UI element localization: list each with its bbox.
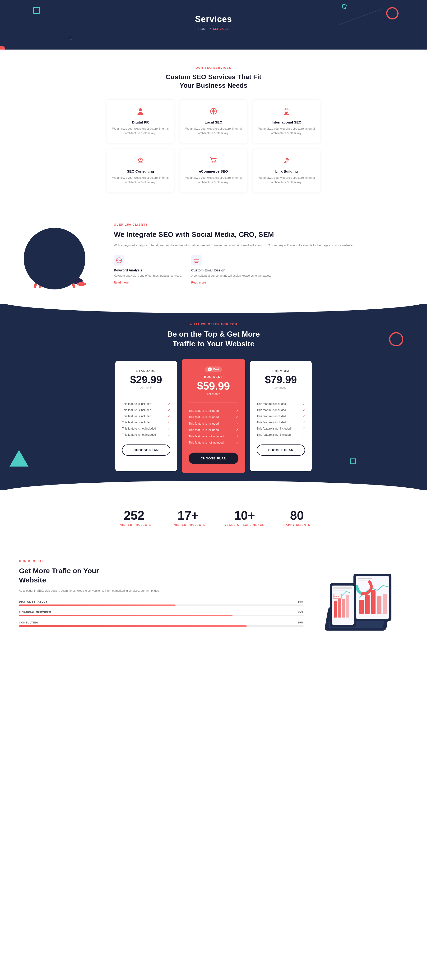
feature-x-icon: ✗ <box>303 433 305 436</box>
seo-section-label: OUR SEO SERVICES <box>19 66 408 70</box>
plan-period: per month <box>122 386 170 389</box>
progress-skill-percent: 55% <box>298 600 304 603</box>
service-description: We analyze your website's structure, int… <box>258 127 315 135</box>
service-description: We analyze your website's structure, int… <box>112 176 169 185</box>
feature-text: This feature is not included <box>257 433 291 436</box>
feature-item-1: Custom Email Design A consultant at our … <box>191 255 271 284</box>
feature-list-item: This feature is included ✓ <box>189 408 238 414</box>
integrate-label: OVER 150 CLIENTS <box>114 223 408 226</box>
feature-check-icon: ✓ <box>303 421 305 424</box>
feature-list-item: This feature is included ✓ <box>122 413 170 419</box>
feature-read-more[interactable]: Read more <box>114 281 129 285</box>
feature-text: This feature is included <box>122 421 151 424</box>
feature-text: This feature is included <box>189 428 219 431</box>
svg-rect-53 <box>358 578 372 579</box>
svg-point-32 <box>117 260 118 261</box>
feature-list-item: This feature is not included ✗ <box>257 426 305 432</box>
svg-text:+12%: +12% <box>334 595 339 597</box>
svg-rect-50 <box>383 594 387 614</box>
stat-number: 80 <box>284 509 311 522</box>
svg-rect-34 <box>194 258 199 262</box>
feature-text: This feature is included <box>189 422 219 425</box>
benefits-content: OUR BENEFITS Get More Trafic on YourWebs… <box>19 560 304 632</box>
service-description: We analyze your website's structure, int… <box>185 127 242 135</box>
deco-square-2 <box>342 4 347 9</box>
hero-header: Services HOME / SERVICES <box>0 0 427 49</box>
service-icon-1 <box>185 107 242 117</box>
feature-list-item: This feature is included ✓ <box>257 401 305 407</box>
progress-track <box>19 615 304 616</box>
page-title: Services <box>5 14 422 24</box>
feature-list-item: This feature is not included ✗ <box>122 426 170 432</box>
progress-item-2: CONSULTING 80% <box>19 621 304 627</box>
plan-period: per month <box>189 392 238 396</box>
feature-list-item: This feature is included ✓ <box>122 407 170 413</box>
plan-price: $79.99 <box>257 375 305 385</box>
deco-circle-1 <box>386 7 398 19</box>
service-name: Digital PR <box>112 120 169 124</box>
service-card-international-seo: International SEO We analyze your websit… <box>253 100 320 143</box>
stat-label: YEARS OF EXPERIENCE <box>225 523 264 526</box>
progress-label: FINANCIAL SERVICES 75% <box>19 611 304 614</box>
svg-rect-49 <box>377 596 381 614</box>
progress-fill <box>19 625 247 627</box>
progress-skill-name: CONSULTING <box>19 621 38 624</box>
feature-check-icon: ✓ <box>303 409 305 412</box>
service-icon-4 <box>185 156 242 166</box>
feature-text: This feature is not included <box>189 434 224 438</box>
service-card-seo-consulting: SEO Consulting We analyze your website's… <box>107 149 174 192</box>
progress-skill-name: DIGITAL STRATEGY <box>19 600 48 603</box>
feature-list: This feature is included ✓ This feature … <box>257 401 305 438</box>
breadcrumb-current: SERVICES <box>213 27 229 30</box>
svg-point-0 <box>139 108 142 111</box>
feature-check-icon: ✓ <box>168 415 170 418</box>
pricing-section: WHAT WE OFFER FOR YOU Be on the Top & Ge… <box>0 304 427 490</box>
stat-number: 252 <box>116 509 151 522</box>
progress-skill-percent: 80% <box>298 621 304 624</box>
service-card-ecommerce-seo: eCommerce SEO We analyze your website's … <box>180 149 247 192</box>
feature-list-item: This feature is included ✓ <box>189 414 238 420</box>
feature-text: This feature is included <box>122 415 151 418</box>
feature-text: This feature is included <box>257 421 286 424</box>
feature-text: This feature is included <box>257 409 286 412</box>
stat-number: 10+ <box>225 509 264 522</box>
seo-services-section: OUR SEO SERVICES Custom SEO Services Tha… <box>0 49 427 204</box>
feature-check-icon: ✓ <box>236 409 238 412</box>
breadcrumb-home[interactable]: HOME <box>198 27 207 30</box>
deco-triangle <box>10 450 29 466</box>
feature-check-icon: ✓ <box>236 415 238 419</box>
benefits-title: Get More Trafic on YourWebsite <box>19 566 304 585</box>
integrate-content: OVER 150 CLIENTS We Integrate SEO with S… <box>114 223 408 284</box>
choose-plan-button[interactable]: Choose Plan <box>122 444 170 456</box>
svg-rect-61 <box>342 598 345 617</box>
choose-plan-button[interactable]: Choose Plan <box>189 453 238 464</box>
progress-skill-name: FINANCIAL SERVICES <box>19 611 51 614</box>
feature-text: This feature is included <box>257 415 286 418</box>
choose-plan-button[interactable]: Choose Plan <box>257 444 305 456</box>
feature-read-more[interactable]: Read more <box>191 281 206 285</box>
feature-list-item: This feature is not included ✗ <box>189 439 238 446</box>
stats-section: 252 FINISHED PROJECTS 17+ FINISHED PROJE… <box>0 490 427 545</box>
progress-skill-percent: 75% <box>298 611 304 614</box>
stat-item-1: 17+ FINISHED PROJECTS <box>170 509 206 526</box>
svg-rect-48 <box>371 590 376 614</box>
service-description: We analyze your website's structure, int… <box>258 176 315 185</box>
feature-check-icon: ✓ <box>303 402 305 406</box>
person-illustration <box>19 218 95 290</box>
service-name: Link Building <box>258 169 315 173</box>
feature-list: This feature is included ✓ This feature … <box>122 401 170 438</box>
feature-list-item: This feature is included ✓ <box>122 419 170 426</box>
svg-rect-54 <box>358 580 367 581</box>
service-icon-0 <box>112 107 169 117</box>
pricing-cards: STANDARD $29.99 per month This feature i… <box>112 361 315 471</box>
service-card-local-seo: Local SEO We analyze your website's stru… <box>180 100 247 143</box>
feature-text: This feature is not included <box>189 441 224 444</box>
service-card-digital-pr: Digital PR We analyze your website's str… <box>107 100 174 143</box>
feature-list-item: This feature is included ✓ <box>257 413 305 419</box>
plan-price: $29.99 <box>122 375 170 385</box>
service-card-link-building: Link Building We analyze your website's … <box>253 149 320 192</box>
service-name: eCommerce SEO <box>185 169 242 173</box>
integrate-title: We Integrate SEO with Social Media, CRO,… <box>114 230 408 239</box>
feature-text: This feature is included <box>122 409 151 412</box>
service-name: Local SEO <box>185 120 242 124</box>
